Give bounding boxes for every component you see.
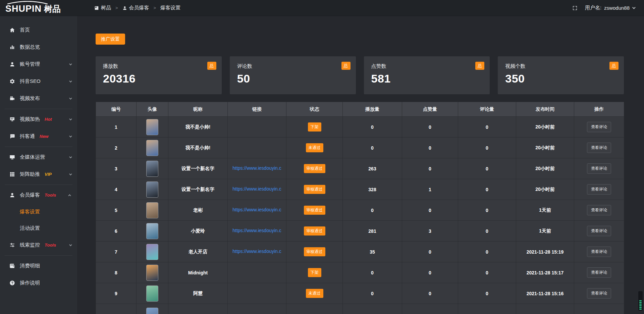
chart-icon xyxy=(9,44,15,50)
cell-action: 查看评论 xyxy=(574,283,624,304)
view-comments-button[interactable]: 查看评论 xyxy=(587,122,611,132)
cell-id: 8 xyxy=(96,262,137,283)
chevron-down-icon xyxy=(69,172,72,175)
sidebar-item-consume-detail[interactable]: 消费明细 xyxy=(0,257,77,274)
video-link[interactable]: https://www.iesdouyin.c xyxy=(232,207,281,212)
cell-likes: 3 xyxy=(402,221,458,242)
view-comments-button[interactable]: 查看评论 xyxy=(587,163,611,174)
table-row xyxy=(96,304,624,314)
avatar xyxy=(146,119,158,135)
chevron-down-icon xyxy=(69,155,72,158)
view-comments-button[interactable]: 查看评论 xyxy=(587,267,611,278)
cell-link: https://www.iesdouyin.c xyxy=(228,221,286,242)
cell-time: 2021-11-28 15:16 xyxy=(516,283,574,304)
status-badge: 未通过 xyxy=(306,143,323,152)
video-link[interactable]: https://www.iesdouyin.c xyxy=(232,165,281,171)
sidebar-item-video-heat[interactable]: 视频加热Hot xyxy=(0,111,77,128)
promo-settings-button[interactable]: 推广设置 xyxy=(96,34,125,45)
sidebar-item-label: 会员爆客 xyxy=(20,192,40,198)
view-comments-button[interactable]: 查看评论 xyxy=(587,205,611,215)
view-comments-button[interactable]: 查看评论 xyxy=(587,143,611,153)
cell-id: 9 xyxy=(96,283,137,304)
table-row: 7老人开店https://www.iesdouyin.c审核通过35002021… xyxy=(96,242,624,262)
column-header: 昵称 xyxy=(168,102,228,117)
sidebar-item-label: 抖客通 xyxy=(20,133,35,140)
cell-time: 20小时前 xyxy=(516,179,574,200)
cell-avatar xyxy=(137,304,168,314)
video-link[interactable]: https://www.iesdouyin.c xyxy=(232,186,281,192)
sidebar-item-account-management[interactable]: 账号管理 xyxy=(0,56,77,73)
video-link[interactable]: https://www.iesdouyin.c xyxy=(232,228,281,233)
video-link[interactable]: https://www.iesdouyin.c xyxy=(232,249,281,254)
sidebar-item-label: 视频发布 xyxy=(20,95,40,102)
sidebar-item-badge: VIP xyxy=(45,172,52,177)
sidebar-item-home[interactable]: 首页 xyxy=(0,21,77,39)
cell-avatar xyxy=(137,221,168,242)
cell-link: https://www.iesdouyin.c xyxy=(228,158,286,179)
sidebar-item-matrix-boost[interactable]: 矩阵助推VIP xyxy=(0,166,77,183)
status-badge: 下架 xyxy=(308,122,321,132)
sidebar-item-douyin-seo[interactable]: 抖音SEO xyxy=(0,73,77,90)
sidebar-item-label: 线索监控 xyxy=(20,242,40,248)
view-comments-button[interactable]: 查看评论 xyxy=(587,226,611,236)
stat-value: 350 xyxy=(505,72,616,85)
sidebar-item-media-operation[interactable]: 全媒体运营 xyxy=(0,149,77,166)
table-header-row: 编号头像昵称链接状态播放量点赞量评论量发布时间操作 xyxy=(96,102,624,117)
cell-id: 1 xyxy=(96,117,137,138)
cell-comments: 0 xyxy=(458,242,516,262)
fullscreen-icon[interactable] xyxy=(572,5,578,11)
username-prefix: 用户名: xyxy=(585,5,601,11)
avatar xyxy=(146,308,158,314)
breadcrumb-item-0[interactable]: 树品 xyxy=(94,5,111,11)
column-header: 链接 xyxy=(228,102,286,117)
sidebar-item-douketong[interactable]: 抖客通New xyxy=(0,128,77,145)
cell-link xyxy=(228,304,286,314)
stat-card-comments: 评论数50总 xyxy=(230,56,356,94)
stat-card-videos: 视频个数350总 xyxy=(498,56,624,94)
table-row: 8Midnight下架0002021-11-28 15:17查看评论 xyxy=(96,262,624,283)
sidebar-item-operation-guide[interactable]: 操作说明 xyxy=(0,274,77,292)
logo[interactable]: SHUPIN 树品 xyxy=(0,0,77,16)
person-icon xyxy=(122,6,127,10)
stat-card-plays: 播放数20316总 xyxy=(96,56,222,94)
breadcrumb-item-1[interactable]: 会员爆客 xyxy=(122,5,149,11)
view-comments-button[interactable]: 查看评论 xyxy=(587,184,611,195)
sidebar-item-video-publish[interactable]: 视频发布 xyxy=(0,90,77,107)
sidebar-divider xyxy=(5,255,72,256)
cell-action xyxy=(574,304,624,314)
cell-plays: 35 xyxy=(343,242,402,262)
cell-plays: 0 xyxy=(343,283,402,304)
cell-comments: 0 xyxy=(458,138,516,158)
sidebar-item-badge: New xyxy=(40,134,49,139)
username-menu[interactable]: 用户名: zswodun88 xyxy=(585,5,635,11)
view-comments-button[interactable]: 查看评论 xyxy=(587,247,611,257)
cell-plays: 328 xyxy=(343,179,402,200)
column-header: 评论量 xyxy=(458,102,516,117)
sidebar-item-label: 矩阵助推 xyxy=(20,171,40,177)
column-header: 编号 xyxy=(96,102,137,117)
cell-comments: 0 xyxy=(458,221,516,242)
sidebar-item-data-overview[interactable]: 数据总览 xyxy=(0,39,77,56)
monitor-icon xyxy=(9,154,15,160)
sidebar-subitem-activity-settings[interactable]: 活动设置 xyxy=(0,220,77,237)
cell-comments: 0 xyxy=(458,158,516,179)
stat-card-likes: 点赞数581总 xyxy=(364,56,490,94)
cell-action: 查看评论 xyxy=(574,200,624,221)
stat-value: 50 xyxy=(237,72,348,85)
cell-time: 1天前 xyxy=(516,221,574,242)
cell-action: 查看评论 xyxy=(574,242,624,262)
sidebar-item-label: 账号管理 xyxy=(20,61,40,67)
cell-action: 查看评论 xyxy=(574,117,624,138)
breadcrumb-separator: > xyxy=(115,5,118,10)
cell-likes: 0 xyxy=(402,283,458,304)
avatar xyxy=(146,223,158,239)
cell-nickname: 老彬 xyxy=(168,200,228,221)
sidebar-subitem-baoke-settings[interactable]: 爆客设置 xyxy=(0,204,77,220)
cell-likes xyxy=(402,304,458,314)
sidebar-item-member-baoke[interactable]: 会员爆客Tools xyxy=(0,187,77,204)
view-comments-button[interactable]: 查看评论 xyxy=(587,288,611,299)
cell-id: 6 xyxy=(96,221,137,242)
cell-status: 未通过 xyxy=(286,283,343,304)
main-content: 推广设置 播放数20316总评论数50总点赞数581总视频个数350总 编号头像… xyxy=(77,16,644,314)
sidebar-item-clue-monitor[interactable]: 线索监控Tools xyxy=(0,237,77,254)
